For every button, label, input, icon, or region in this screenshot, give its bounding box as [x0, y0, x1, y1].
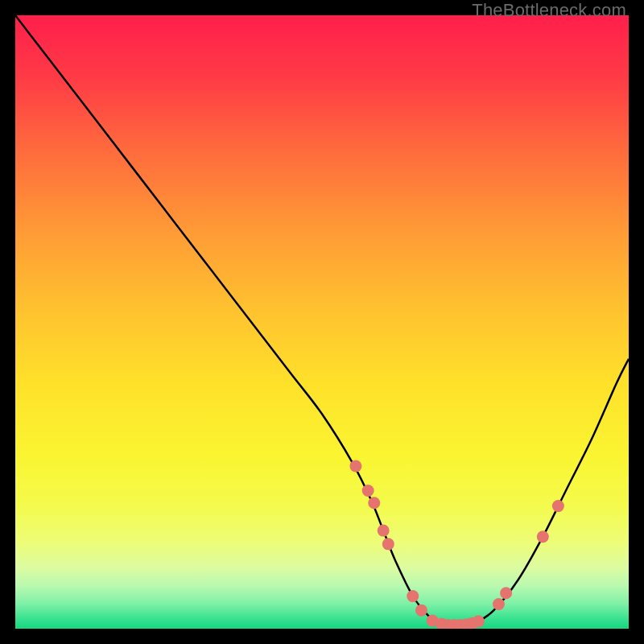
data-marker	[362, 485, 374, 497]
data-marker	[368, 497, 380, 509]
chart-frame	[15, 15, 629, 629]
gradient-background	[15, 15, 629, 629]
watermark-text: TheBottleneck.com	[472, 0, 626, 21]
data-marker	[473, 615, 485, 627]
data-marker	[552, 500, 564, 512]
data-marker	[500, 587, 512, 599]
data-marker	[415, 605, 427, 617]
data-marker	[493, 598, 505, 610]
data-marker	[349, 460, 361, 473]
data-marker	[407, 590, 419, 602]
data-marker	[382, 538, 394, 550]
chart-svg	[15, 15, 629, 629]
data-marker	[537, 530, 549, 543]
data-marker	[378, 525, 390, 537]
